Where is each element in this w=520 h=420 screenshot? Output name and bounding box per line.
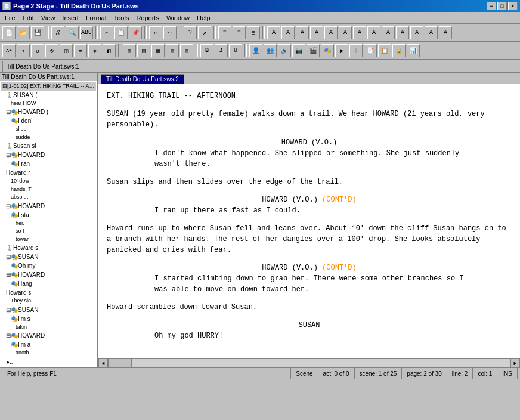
tree-item-3[interactable]: ⊟🎭HOWARD ( <box>1 107 96 116</box>
minimize-button[interactable]: − <box>487 2 496 10</box>
h-scroll-left[interactable]: ◀ <box>98 358 108 368</box>
h-scroll-thumb[interactable] <box>108 359 132 368</box>
print-preview-btn[interactable]: 🔍 <box>66 26 79 39</box>
tree-item-10[interactable]: Howard r <box>1 168 96 177</box>
t2-3-btn[interactable]: ↺ <box>31 44 44 57</box>
tree-item-15[interactable]: 🎭I sta <box>1 211 96 220</box>
tree-item-2[interactable]: hear HOW <box>1 100 96 108</box>
open-btn[interactable]: 📂 <box>17 26 30 39</box>
t2-6-btn[interactable]: ▬ <box>74 44 87 57</box>
t2-5-btn[interactable]: ◫ <box>60 44 73 57</box>
tree-item-24[interactable]: Howard s <box>1 288 96 297</box>
fx2-btn[interactable]: A <box>281 26 295 39</box>
fx5-btn[interactable]: A <box>324 26 338 39</box>
close-button[interactable]: × <box>508 2 518 10</box>
menu-file[interactable]: File <box>1 13 19 23</box>
cut-btn[interactable]: ✂ <box>100 26 113 39</box>
paste-btn[interactable]: 📌 <box>129 26 142 39</box>
tree-item-30[interactable]: 🎭I'm a <box>1 340 96 349</box>
save-btn[interactable]: 💾 <box>31 26 44 39</box>
tree-item-8[interactable]: ⊟🎭HOWARD <box>1 150 96 159</box>
t2-1-btn[interactable]: A+ <box>2 44 16 57</box>
spell-btn[interactable]: ABC <box>80 26 93 39</box>
t2-20-btn[interactable]: 📷 <box>292 44 305 57</box>
tree-item-4[interactable]: 🎭I don' <box>1 116 96 125</box>
maximize-button[interactable]: □ <box>497 2 507 10</box>
context-help-btn[interactable]: ↗ <box>198 26 211 39</box>
h-scroll-track[interactable] <box>108 359 510 368</box>
help-btn[interactable]: ? <box>184 26 197 39</box>
t2-10-btn[interactable]: ▤ <box>137 44 150 57</box>
undo-btn[interactable]: ↩ <box>149 26 162 39</box>
copy-btn[interactable]: 📋 <box>114 26 128 39</box>
tree-item-28[interactable]: takin <box>1 323 96 332</box>
t2-17-btn[interactable]: 👤 <box>249 44 262 57</box>
tree-item-29[interactable]: ⊟🎭HOWARD <box>1 331 96 340</box>
t2-2-btn[interactable]: ✦ <box>17 44 30 57</box>
fx4-btn[interactable]: A <box>310 26 323 39</box>
fx1-btn[interactable]: A <box>267 26 280 39</box>
fx12-btn[interactable]: A <box>425 26 438 39</box>
table-btn[interactable]: ⊞ <box>247 26 260 39</box>
tree-item-31[interactable]: anoth <box>1 349 96 357</box>
tree-item-16[interactable]: her. <box>1 220 96 228</box>
editor[interactable]: EXT. HIKING TRAIL -- AFTERNOON SUSAN (19… <box>98 84 520 358</box>
print-btn[interactable]: 🖨 <box>51 26 64 39</box>
new-btn[interactable]: 📄 <box>2 26 16 39</box>
underline-btn[interactable]: U <box>229 44 242 57</box>
t2-11-btn[interactable]: ▦ <box>151 44 165 57</box>
tree-item-23[interactable]: 🎭Hang <box>1 279 96 288</box>
fx7-btn[interactable]: A <box>353 26 366 39</box>
align-left-btn[interactable]: ≡ <box>218 26 231 39</box>
tree-item-25[interactable]: They slo <box>1 297 96 305</box>
tree-item-13[interactable]: absolut <box>1 193 96 202</box>
fx10-btn[interactable]: A <box>396 26 409 39</box>
title-bar-controls[interactable]: − □ × <box>487 2 518 10</box>
t2-23-btn[interactable]: ▶ <box>335 44 348 57</box>
bold-btn[interactable]: B <box>200 44 213 57</box>
tree-item-20[interactable]: ⊟🎭SUSAN <box>1 252 96 261</box>
fx8-btn[interactable]: A <box>367 26 380 39</box>
tree-item-27[interactable]: 🎭I'm s <box>1 314 96 323</box>
fx3-btn[interactable]: A <box>296 26 309 39</box>
t2-8-btn[interactable]: ◧ <box>103 44 116 57</box>
tree-item-18[interactable]: towar <box>1 236 96 244</box>
tree-item-32[interactable]: ●.. <box>1 357 96 366</box>
tree-item-14[interactable]: ⊟🎭HOWARD <box>1 202 96 211</box>
tree-item-21[interactable]: 🎭Oh my <box>1 261 96 270</box>
tree-item-6[interactable]: sudde <box>1 134 96 142</box>
fx9-btn[interactable]: A <box>382 26 395 39</box>
t2-19-btn[interactable]: 🔊 <box>278 44 291 57</box>
fx11-btn[interactable]: A <box>410 26 423 39</box>
t2-26-btn[interactable]: 📋 <box>378 44 391 57</box>
redo-btn[interactable]: ↪ <box>163 26 177 39</box>
menu-window[interactable]: Window <box>163 13 193 23</box>
tree-item-11[interactable]: 10' dow <box>1 177 96 186</box>
h-scroll-right[interactable]: ▶ <box>510 358 520 368</box>
inner-tab-1[interactable]: Till Death Do Us Part.sws:2 <box>101 74 184 84</box>
t2-4-btn[interactable]: ⊙ <box>45 44 58 57</box>
t2-9-btn[interactable]: ▤ <box>123 44 136 57</box>
menu-tools[interactable]: Tools <box>110 13 133 23</box>
h-scrollbar[interactable]: ◀ ▶ <box>98 358 520 368</box>
menu-help[interactable]: Help <box>193 13 214 23</box>
tree-item-17[interactable]: so I <box>1 227 96 236</box>
menu-insert[interactable]: Insert <box>58 13 82 23</box>
menu-reports[interactable]: Reports <box>132 13 163 23</box>
fx6-btn[interactable]: A <box>339 26 352 39</box>
tree-item-12[interactable]: hands. T <box>1 186 96 194</box>
italic-btn[interactable]: I <box>215 44 228 57</box>
tree-item-1[interactable]: 🚶SUSAN (: <box>1 91 96 100</box>
tree-item-9[interactable]: 🎭I ran <box>1 159 96 168</box>
menu-view[interactable]: View <box>38 13 59 23</box>
t2-7-btn[interactable]: ◈ <box>88 44 101 57</box>
tree-item-26[interactable]: ⊟🎭SUSAN <box>1 305 96 314</box>
tree-item-0[interactable]: ⊟[1-01:02] EXT. HIKING TRAIL. -- AFT... <box>1 82 96 91</box>
t2-18-btn[interactable]: 👥 <box>264 44 277 57</box>
menu-edit[interactable]: Edit <box>19 13 38 23</box>
t2-25-btn[interactable]: 📑 <box>364 44 377 57</box>
fx13-btn[interactable]: A <box>439 26 452 39</box>
align-center-btn[interactable]: ≡ <box>233 26 246 39</box>
tree-item-19[interactable]: 🚶Howard s <box>1 243 96 252</box>
t2-12-btn[interactable]: ▤ <box>166 44 179 57</box>
